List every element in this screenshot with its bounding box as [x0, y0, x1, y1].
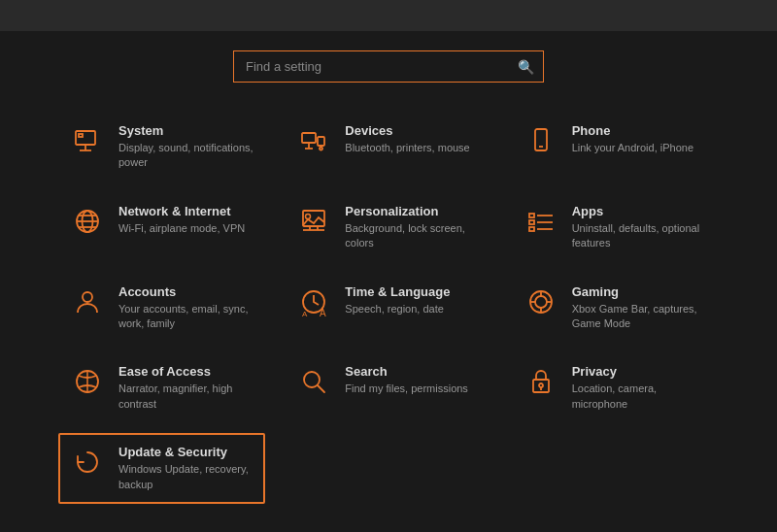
svg-rect-21: [529, 214, 534, 217]
settings-item-text-ease: Ease of Access Narrator, magnifier, high…: [118, 364, 253, 412]
svg-point-42: [539, 383, 543, 387]
settings-item-title-accounts: Accounts: [118, 284, 253, 299]
maximize-button[interactable]: [726, 14, 738, 17]
svg-rect-4: [302, 133, 316, 143]
settings-item-desc-time: Speech, region, date: [345, 302, 450, 316]
settings-item-ease[interactable]: Ease of Access Narrator, magnifier, high…: [58, 352, 265, 423]
svg-rect-3: [79, 134, 83, 137]
settings-item-text-phone: Phone Link your Android, iPhone: [572, 123, 693, 155]
settings-item-accounts[interactable]: Accounts Your accounts, email, sync, wor…: [58, 273, 265, 344]
title-bar: [0, 0, 777, 31]
time-icon: AA: [296, 286, 331, 322]
settings-item-search[interactable]: Search Find my files, permissions: [285, 352, 491, 423]
settings-item-text-network: Network & Internet Wi-Fi, airplane mode,…: [118, 204, 245, 236]
search-settings-icon: [296, 366, 331, 402]
settings-item-title-gaming: Gaming: [572, 284, 707, 299]
settings-item-update[interactable]: Update & Security Windows Update, recove…: [58, 433, 265, 504]
search-input[interactable]: [233, 50, 544, 83]
settings-item-desc-search: Find my files, permissions: [345, 382, 468, 396]
settings-item-apps[interactable]: Apps Uninstall, defaults, optional featu…: [512, 192, 719, 263]
settings-item-desc-devices: Bluetooth, printers, mouse: [345, 141, 469, 155]
svg-point-27: [83, 292, 92, 302]
window-controls: [699, 14, 765, 17]
svg-rect-5: [318, 137, 324, 146]
settings-item-text-personalization: Personalization Background, lock screen,…: [345, 204, 480, 251]
settings-item-system[interactable]: System Display, sound, notifications, po…: [58, 112, 265, 183]
settings-item-title-network: Network & Internet: [118, 204, 245, 218]
settings-item-devices[interactable]: Devices Bluetooth, printers, mouse: [285, 112, 491, 183]
settings-item-desc-ease: Narrator, magnifier, high contrast: [118, 382, 253, 412]
settings-item-text-apps: Apps Uninstall, defaults, optional featu…: [572, 204, 707, 251]
settings-item-desc-gaming: Xbox Game Bar, captures, Game Mode: [572, 302, 707, 332]
svg-point-20: [306, 214, 311, 218]
settings-item-title-apps: Apps: [572, 204, 707, 218]
svg-point-32: [535, 296, 547, 308]
search-box: 🔍: [233, 50, 544, 83]
settings-item-desc-apps: Uninstall, defaults, optional features: [572, 221, 707, 251]
privacy-icon: [524, 366, 558, 402]
settings-item-text-search: Search Find my files, permissions: [345, 364, 468, 396]
settings-item-title-search: Search: [345, 364, 468, 379]
settings-item-text-time: Time & Language Speech, region, date: [345, 284, 450, 316]
minimize-button[interactable]: [699, 14, 711, 17]
settings-item-desc-phone: Link your Android, iPhone: [572, 141, 693, 155]
settings-item-desc-update: Windows Update, recovery, backup: [118, 462, 253, 492]
personalization-icon: [296, 206, 331, 242]
svg-text:A: A: [320, 308, 326, 317]
accounts-icon: [70, 286, 105, 322]
svg-text:A: A: [302, 310, 308, 317]
settings-item-text-update: Update & Security Windows Update, recove…: [118, 445, 253, 492]
search-container: 🔍: [58, 50, 719, 83]
settings-item-title-update: Update & Security: [118, 445, 253, 459]
phone-icon: [524, 125, 558, 161]
settings-item-text-system: System Display, sound, notifications, po…: [118, 123, 253, 171]
svg-rect-22: [529, 220, 534, 224]
settings-item-desc-personalization: Background, lock screen, colors: [345, 221, 480, 251]
main-content: 🔍 System Display, sound, notifications, …: [0, 31, 777, 523]
settings-item-gaming[interactable]: Gaming Xbox Game Bar, captures, Game Mod…: [512, 273, 719, 344]
gaming-icon: [524, 286, 558, 322]
settings-item-title-time: Time & Language: [345, 284, 450, 299]
svg-rect-23: [529, 227, 534, 231]
ease-icon: [70, 366, 105, 402]
settings-item-title-phone: Phone: [572, 123, 693, 138]
settings-item-text-devices: Devices Bluetooth, printers, mouse: [345, 123, 469, 155]
settings-grid: System Display, sound, notifications, po…: [58, 112, 719, 504]
settings-item-title-privacy: Privacy: [572, 364, 707, 379]
settings-item-desc-accounts: Your accounts, email, sync, work, family: [118, 302, 253, 332]
svg-line-40: [318, 385, 324, 392]
settings-item-text-privacy: Privacy Location, camera, microphone: [572, 364, 707, 412]
settings-item-desc-system: Display, sound, notifications, power: [118, 141, 253, 171]
settings-item-text-gaming: Gaming Xbox Game Bar, captures, Game Mod…: [572, 284, 707, 332]
settings-item-desc-network: Wi-Fi, airplane mode, VPN: [118, 221, 245, 236]
apps-icon: [524, 206, 558, 242]
settings-item-privacy[interactable]: Privacy Location, camera, microphone: [512, 352, 719, 423]
settings-item-phone[interactable]: Phone Link your Android, iPhone: [512, 112, 719, 183]
system-icon: [70, 125, 105, 161]
settings-item-title-system: System: [118, 123, 253, 138]
svg-point-8: [320, 148, 322, 150]
update-icon: [70, 447, 105, 482]
settings-item-title-ease: Ease of Access: [118, 364, 253, 379]
devices-icon: [296, 125, 331, 161]
settings-item-network[interactable]: Network & Internet Wi-Fi, airplane mode,…: [58, 192, 265, 263]
settings-item-time[interactable]: AA Time & Language Speech, region, date: [285, 273, 491, 344]
settings-item-desc-privacy: Location, camera, microphone: [572, 382, 707, 412]
close-button[interactable]: [754, 14, 765, 17]
settings-item-personalization[interactable]: Personalization Background, lock screen,…: [285, 192, 491, 263]
settings-item-title-devices: Devices: [345, 123, 469, 138]
network-icon: [70, 206, 105, 242]
settings-item-title-personalization: Personalization: [345, 204, 480, 218]
settings-item-text-accounts: Accounts Your accounts, email, sync, wor…: [118, 284, 253, 332]
search-icon: 🔍: [518, 59, 534, 75]
svg-rect-41: [533, 380, 549, 392]
